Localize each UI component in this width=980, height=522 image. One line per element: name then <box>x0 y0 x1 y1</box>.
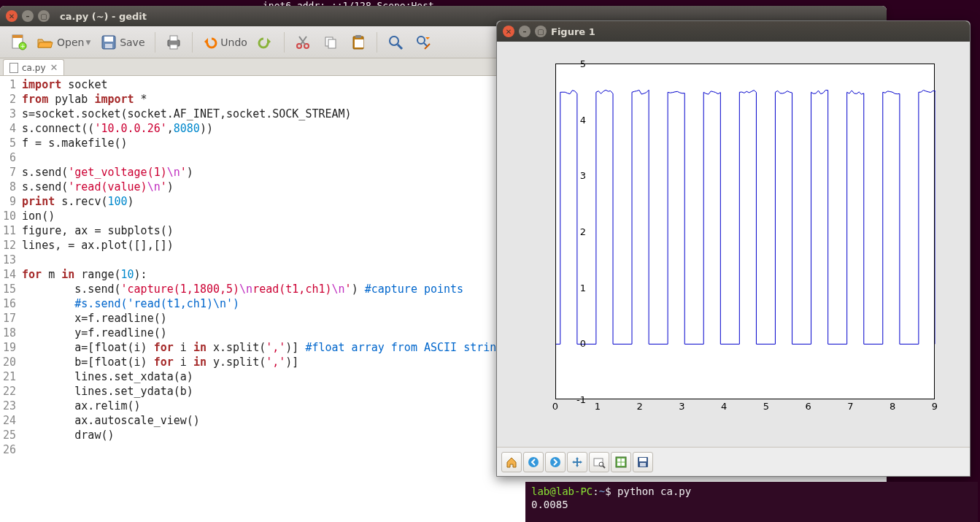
x-tick-label: 8 <box>890 401 895 412</box>
find-replace-button[interactable] <box>411 30 436 55</box>
svg-rect-17 <box>355 35 361 38</box>
tab-close-icon[interactable]: ✕ <box>50 62 58 73</box>
figure-titlebar[interactable]: ✕ – ▢ Figure 1 <box>497 21 970 42</box>
window-maximize-button[interactable]: ▢ <box>38 10 50 22</box>
terminal[interactable]: lab@lab-PC:~$ python ca.py 0.0085 <box>525 482 978 522</box>
x-tick-label: 2 <box>636 401 642 412</box>
svg-point-25 <box>550 457 560 467</box>
undo-button[interactable]: Undo <box>198 30 250 55</box>
x-tick-label: 9 <box>932 401 938 412</box>
svg-point-21 <box>417 37 425 44</box>
plot-canvas[interactable]: -1012345 0123456789 <box>497 42 970 447</box>
svg-text:+: + <box>20 43 26 50</box>
mpl-pan-button[interactable] <box>567 452 587 472</box>
svg-rect-34 <box>639 458 647 461</box>
y-tick-label: 3 <box>580 170 586 181</box>
redo-button[interactable] <box>253 30 278 55</box>
mpl-forward-button[interactable] <box>545 452 566 472</box>
gedit-title: ca.py (~) - gedit <box>60 11 147 22</box>
x-tick-label: 0 <box>552 401 558 412</box>
x-tick-label: 6 <box>806 401 811 412</box>
window-minimize-button[interactable]: – <box>519 26 530 37</box>
svg-line-20 <box>398 45 402 49</box>
terminal-prompt-path: ~ <box>599 485 605 497</box>
code-area[interactable]: import socketfrom pylab import *s=socket… <box>19 76 496 522</box>
x-tick-label: 4 <box>721 401 727 412</box>
save-button[interactable]: Save <box>96 30 149 55</box>
document-tab[interactable]: ca.py ✕ <box>3 59 64 75</box>
svg-rect-6 <box>105 44 112 48</box>
y-tick-label: -1 <box>576 394 586 405</box>
y-tick-label: 5 <box>580 58 586 69</box>
x-tick-label: 3 <box>679 401 684 412</box>
svg-rect-8 <box>170 36 177 41</box>
mpl-toolbar <box>497 447 970 476</box>
svg-rect-15 <box>328 39 336 48</box>
mpl-zoom-button[interactable] <box>589 452 609 472</box>
svg-rect-5 <box>104 37 113 42</box>
tab-label: ca.py <box>22 63 45 73</box>
svg-line-28 <box>603 466 605 468</box>
svg-rect-18 <box>355 39 363 47</box>
window-maximize-button[interactable]: ▢ <box>535 26 547 37</box>
file-icon <box>9 63 18 73</box>
y-tick-label: 2 <box>580 226 586 237</box>
x-tick-label: 1 <box>595 401 601 412</box>
paste-button[interactable] <box>346 30 371 55</box>
search-button[interactable] <box>383 30 408 55</box>
x-tick-label: 7 <box>847 401 853 412</box>
y-tick-label: 0 <box>580 338 586 349</box>
svg-point-24 <box>528 457 539 467</box>
window-minimize-button[interactable]: – <box>22 10 34 22</box>
new-file-button[interactable]: + <box>6 30 31 55</box>
y-tick-label: 1 <box>580 282 586 293</box>
y-tick-label: 4 <box>580 114 586 125</box>
open-label: Open <box>57 37 84 48</box>
plot-line <box>556 64 935 400</box>
svg-rect-1 <box>12 35 23 38</box>
open-button[interactable]: Open ▼ <box>34 30 93 55</box>
mpl-configure-button[interactable] <box>611 452 631 472</box>
line-number-gutter: 1234567891011121314151617181920212223242… <box>0 76 19 522</box>
cut-button[interactable] <box>290 30 315 55</box>
svg-point-19 <box>390 37 398 45</box>
figure-title: Figure 1 <box>551 26 595 37</box>
dropdown-arrow-icon: ▼ <box>85 39 90 46</box>
save-label: Save <box>120 37 144 48</box>
mpl-home-button[interactable] <box>501 452 522 472</box>
figure-window: ✕ – ▢ Figure 1 -1012345 0123456789 <box>496 20 971 477</box>
svg-rect-9 <box>170 45 177 49</box>
mpl-save-button[interactable] <box>633 452 653 472</box>
x-tick-label: 5 <box>763 401 769 412</box>
print-button[interactable] <box>161 30 186 55</box>
terminal-command: python ca.py <box>617 485 691 497</box>
terminal-prompt-user: lab@lab-PC <box>531 485 593 497</box>
window-close-button[interactable]: ✕ <box>6 10 18 22</box>
plot-axes <box>555 64 935 399</box>
mpl-back-button[interactable] <box>523 452 544 472</box>
svg-rect-35 <box>640 463 646 467</box>
terminal-output: 0.0085 <box>531 498 972 511</box>
window-close-button[interactable]: ✕ <box>503 26 514 37</box>
copy-button[interactable] <box>318 30 343 55</box>
undo-label: Undo <box>220 37 247 48</box>
